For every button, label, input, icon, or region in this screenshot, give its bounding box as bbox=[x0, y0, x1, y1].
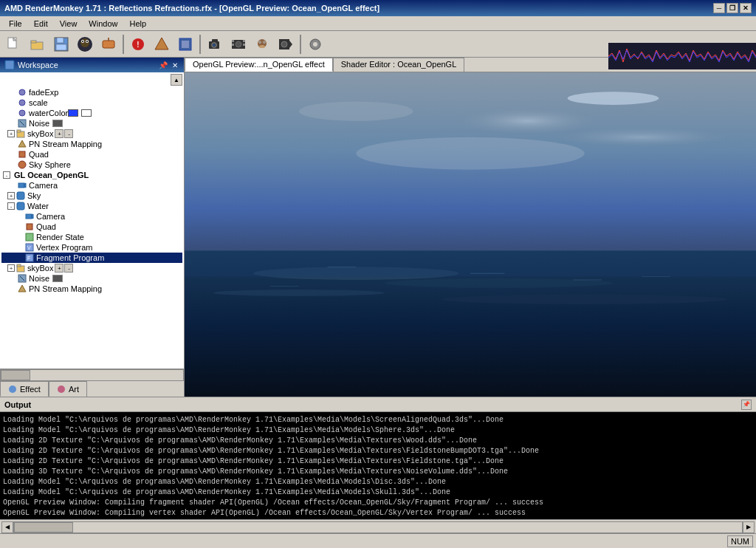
toolbar-btn-3[interactable] bbox=[50, 34, 72, 55]
tree-item-Noise2[interactable]: Noise bbox=[1, 273, 182, 284]
right-panel: OpenGL Preview:...n_OpenGL effect Shader… bbox=[185, 58, 756, 397]
svg-point-44 bbox=[19, 100, 25, 106]
menu-help[interactable]: Help bbox=[123, 18, 152, 30]
tree-label-skyBox2: skyBox bbox=[27, 264, 53, 273]
noise2-preview bbox=[52, 275, 63, 282]
svg-point-75 bbox=[299, 102, 413, 121]
toolbar-btn-monkey[interactable] bbox=[251, 34, 273, 55]
svg-point-98 bbox=[441, 295, 727, 304]
tree-item-Water[interactable]: - Water bbox=[1, 201, 182, 211]
skybox-plus[interactable]: + bbox=[55, 129, 63, 138]
tree-item-Sky[interactable]: + Sky bbox=[1, 191, 182, 201]
output-panel: Output 📌 Loading Model "C:\Arquivos de p… bbox=[0, 397, 756, 533]
h-scroll-left[interactable]: ◀ bbox=[1, 521, 13, 533]
h-scroll-right[interactable]: ▶ bbox=[743, 521, 755, 533]
tree-item-RenderState[interactable]: Render State bbox=[1, 232, 182, 242]
h-scroll-thumb[interactable] bbox=[14, 522, 73, 532]
tree-label-fadeExp: fadeExp bbox=[29, 88, 58, 97]
water-color-swatch-blue[interactable] bbox=[68, 109, 78, 117]
pn2-icon bbox=[18, 284, 27, 293]
main-content: Workspace 📌 ✕ ▲ fadeExp scale bbox=[0, 58, 756, 397]
menu-view[interactable]: View bbox=[54, 18, 83, 30]
skybox-expand[interactable]: + bbox=[7, 130, 15, 137]
toolbar-btn-record[interactable] bbox=[275, 34, 297, 55]
tree-item-fadeExp[interactable]: fadeExp bbox=[1, 87, 182, 97]
output-controls: 📌 bbox=[741, 400, 752, 410]
tree-label-SkySphere: Sky Sphere bbox=[29, 160, 71, 169]
folder2-icon bbox=[16, 264, 25, 273]
tree-item-skyBox[interactable]: + skyBox + - bbox=[1, 129, 182, 139]
tree-item-SkySphere[interactable]: Sky Sphere bbox=[1, 160, 182, 170]
svg-text:V: V bbox=[27, 245, 31, 250]
toolbar-btn-effect[interactable] bbox=[151, 34, 173, 55]
workspace-close-btn[interactable]: ✕ bbox=[171, 61, 179, 69]
tree-label-Noise2: Noise bbox=[29, 274, 49, 283]
tree-item-waterColor[interactable]: waterColor bbox=[1, 108, 182, 118]
gl-ocean-expand[interactable]: - bbox=[3, 171, 10, 179]
water-color-swatch-white[interactable] bbox=[81, 109, 92, 117]
toolbar-btn-camera[interactable] bbox=[204, 34, 226, 55]
svg-point-73 bbox=[459, 108, 597, 134]
noise-preview bbox=[52, 120, 63, 127]
minimize-button[interactable]: ─ bbox=[713, 3, 725, 13]
close-button[interactable]: ✕ bbox=[740, 3, 752, 13]
art-tab-icon bbox=[57, 385, 66, 394]
skybox2-plus[interactable]: + bbox=[55, 264, 63, 273]
tree-item-PNStream[interactable]: PN Stream Mapping bbox=[1, 139, 182, 149]
tree-item-VertexProgram[interactable]: V Vertex Program bbox=[1, 242, 182, 253]
toolbar-separator-2 bbox=[199, 35, 201, 54]
menu-file[interactable]: File bbox=[3, 18, 28, 30]
svg-rect-51 bbox=[19, 151, 25, 157]
toolbar-btn-red[interactable]: ! bbox=[127, 34, 149, 55]
svg-point-38 bbox=[281, 41, 287, 47]
workspace-tree: ▲ fadeExp scale waterColor bbox=[0, 72, 184, 369]
toolbar-btn-1[interactable] bbox=[3, 34, 25, 55]
svg-text:!: ! bbox=[137, 41, 139, 49]
svg-point-76 bbox=[356, 137, 585, 170]
svg-rect-13 bbox=[103, 41, 114, 48]
tree-item-PNStream2[interactable]: PN Stream Mapping bbox=[1, 284, 182, 294]
preview-area bbox=[185, 72, 756, 397]
tree-item-scale[interactable]: scale bbox=[1, 97, 182, 108]
tree-item-FragmentProgram[interactable]: F Fragment Program bbox=[1, 253, 182, 263]
tab-opengl-preview[interactable]: OpenGL Preview:...n_OpenGL effect bbox=[185, 58, 333, 72]
tree-item-Camera[interactable]: Camera bbox=[1, 180, 182, 191]
svg-rect-27 bbox=[243, 40, 245, 42]
skybox2-expand[interactable]: + bbox=[7, 264, 15, 272]
toolbar-btn-film[interactable] bbox=[227, 34, 250, 55]
toolbar-btn-settings[interactable] bbox=[304, 34, 326, 55]
menu-window[interactable]: Window bbox=[83, 18, 123, 30]
tree-item-Noise[interactable]: Noise bbox=[1, 118, 182, 129]
workspace-pin-btn[interactable]: 📌 bbox=[157, 61, 169, 69]
skybox2-minus[interactable]: - bbox=[64, 264, 73, 273]
tree-item-GL-Ocean[interactable]: - GL Ocean_OpenGL bbox=[1, 170, 182, 180]
tree-item-Quad[interactable]: Quad bbox=[1, 149, 182, 160]
restore-button[interactable]: ❐ bbox=[726, 3, 738, 13]
tab-art[interactable]: Art bbox=[49, 381, 87, 397]
water-expand[interactable]: - bbox=[7, 202, 15, 210]
sky-expand[interactable]: + bbox=[7, 192, 15, 199]
tab-opengl-label: OpenGL Preview:...n_OpenGL effect bbox=[193, 60, 325, 69]
tab-shader-editor[interactable]: Shader Editor : Ocean_OpenGL bbox=[333, 58, 465, 72]
output-scrollbar: ◀ ▶ bbox=[0, 519, 756, 534]
skybox-minus[interactable]: - bbox=[64, 129, 73, 138]
toolbar-btn-rendermonkey[interactable] bbox=[74, 34, 96, 55]
output-pin-btn[interactable]: 📌 bbox=[741, 400, 752, 410]
svg-point-43 bbox=[19, 89, 25, 95]
svg-point-70 bbox=[9, 386, 16, 393]
toolbar-btn-2[interactable] bbox=[27, 34, 49, 55]
menu-edit[interactable]: Edit bbox=[28, 18, 54, 30]
workspace-header-controls: 📌 ✕ bbox=[157, 61, 179, 69]
h-scroll-track bbox=[13, 521, 743, 533]
tree-item-Camera2[interactable]: Camera bbox=[1, 211, 182, 222]
tree-item-skyBox2[interactable]: + skyBox + - bbox=[1, 263, 182, 273]
title-bar: AMD RenderMonkey 1.71 : Reflections Refr… bbox=[0, 0, 756, 16]
toolbar-btn-square[interactable] bbox=[174, 34, 196, 55]
title-bar-controls: ─ ❐ ✕ bbox=[713, 3, 752, 13]
skybox2-plus-minus: + - bbox=[55, 264, 73, 273]
tree-item-Quad2[interactable]: Quad bbox=[1, 222, 182, 232]
toolbar-btn-5[interactable] bbox=[97, 34, 120, 55]
tab-effect[interactable]: Effect bbox=[0, 381, 49, 397]
ws-hscroll-thumb[interactable] bbox=[1, 370, 30, 380]
tree-scroll-up[interactable]: ▲ bbox=[171, 74, 182, 86]
